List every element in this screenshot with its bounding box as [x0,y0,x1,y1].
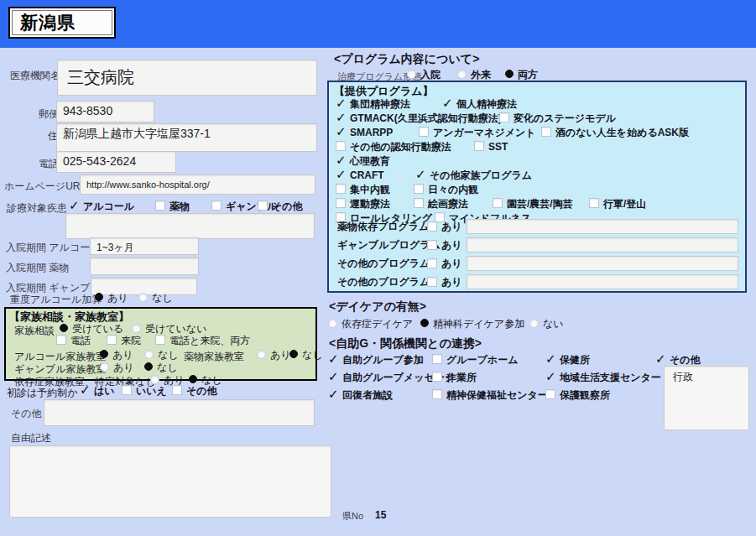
checkbox[interactable] [432,389,442,399]
treatment-form-outpatient[interactable]: 外来 [457,69,491,81]
checkbox[interactable] [474,141,484,151]
checkbox[interactable] [442,98,452,108]
cooperation-item[interactable]: 保健所 [545,354,590,366]
treatment-form-both[interactable]: 両方 [505,69,538,81]
extra-row-input[interactable] [467,219,738,234]
checkbox[interactable] [211,200,222,211]
cooperation-item[interactable]: 精神保健福祉センター [432,389,548,401]
program-item[interactable]: 集団精神療法 [336,98,410,110]
checkbox[interactable] [336,155,346,165]
program-item[interactable]: 個人精神療法 [442,98,517,110]
family-gambling-ari[interactable]: あり [100,362,134,373]
homepage-url-input[interactable]: http://www.sanko-hospital.org/ [80,174,315,195]
checkbox[interactable] [336,112,346,122]
checkbox[interactable] [107,335,117,345]
checkbox[interactable] [415,169,425,180]
family-alcohol-nashi[interactable]: なし [144,349,179,361]
checkbox[interactable] [414,184,424,194]
checkbox[interactable] [432,372,442,382]
radio[interactable] [328,319,337,328]
radio[interactable] [100,362,109,372]
free-text-area[interactable] [9,445,331,518]
stay-alcohol-input[interactable]: 1~3ヶ月 [90,237,199,255]
family-method-phone[interactable]: 電話 [56,335,91,346]
checkbox[interactable] [69,200,79,211]
program-item[interactable]: SMARPP [336,127,393,138]
program-item[interactable]: 園芸/農芸/陶芸 [493,198,573,210]
checkbox[interactable] [172,385,182,395]
other-field-input[interactable] [44,399,315,426]
program-item[interactable]: SST [474,141,508,153]
family-method-visit[interactable]: 来院 [107,335,141,346]
cooperation-other-textarea[interactable]: 行政 [664,366,749,430]
cooperation-item[interactable]: 自助グループ参加 [328,354,424,366]
extra-row-input[interactable] [467,237,738,252]
program-item[interactable]: CRAFT [336,169,384,181]
radio[interactable] [420,319,429,327]
facility-name-input[interactable]: 三交病院 [57,60,317,96]
cooperation-item[interactable]: その他 [655,354,701,366]
radio[interactable] [95,293,103,301]
checkbox[interactable] [541,127,551,137]
first-visit-yes[interactable]: はい [80,385,115,397]
extra-row-input[interactable] [467,274,738,289]
checkbox[interactable] [328,354,338,364]
checkbox[interactable] [545,372,555,382]
daycare-option-addiction[interactable]: 依存症デイケア [328,318,413,330]
cooperation-item[interactable]: 作業所 [432,372,477,383]
radio[interactable] [529,319,539,328]
treatment-form-inpatient[interactable]: 入院 [407,69,441,81]
disease-item-drug[interactable]: 薬物 [155,200,190,212]
severe-addition-option-ari[interactable]: あり [95,292,128,304]
checkbox[interactable] [427,240,437,250]
program-item[interactable]: その他家族プログラム [415,169,532,181]
checkbox[interactable] [419,127,429,137]
radio[interactable] [60,324,68,332]
program-item[interactable]: 日々の内観 [414,184,478,195]
program-item[interactable]: その他の認知行動療法 [336,141,451,153]
radio[interactable] [144,362,153,371]
radio[interactable] [407,70,416,79]
phone-input[interactable]: 025-543-2624 [56,151,176,173]
checkbox[interactable] [545,389,555,399]
family-method-both[interactable]: 電話と来院、両方 [155,335,250,346]
checkbox[interactable] [655,354,665,364]
checkbox[interactable] [336,127,346,137]
cooperation-item[interactable]: 地域生活支援センター [545,372,661,383]
radio[interactable] [150,375,159,384]
checkbox[interactable] [336,184,346,194]
checkbox[interactable] [499,112,509,122]
daycare-option-psychiatric[interactable]: 精神科デイケア参加 [420,318,524,330]
checkbox[interactable] [258,200,268,211]
radio[interactable] [100,350,108,358]
program-item[interactable]: 運動療法 [336,198,390,210]
checkbox[interactable] [336,141,346,151]
family-alcohol-ari[interactable]: あり [100,349,133,361]
cooperation-item[interactable]: 保護観察所 [545,389,610,401]
checkbox[interactable] [336,169,346,180]
family-nonspecific-nashi[interactable]: なし [189,374,222,386]
checkbox[interactable] [589,198,599,208]
checkbox[interactable] [155,335,165,345]
first-visit-other[interactable]: その他 [172,385,217,397]
stay-drug-input[interactable] [90,258,199,275]
family-consult-yes[interactable]: 受けている [60,323,123,335]
checkbox[interactable] [56,335,66,345]
severe-addition-option-nashi[interactable]: なし [138,292,173,304]
program-item[interactable]: 酒のない人生を始めるASK版 [541,127,689,138]
radio[interactable] [257,350,266,359]
cooperation-item[interactable]: 回復者施設 [328,389,393,401]
checkbox[interactable] [493,198,503,208]
checkbox[interactable] [414,198,424,208]
radio[interactable] [138,293,148,302]
radio[interactable] [132,324,141,333]
checkbox[interactable] [328,389,338,399]
program-item[interactable]: 絵画療法 [414,198,468,210]
family-nonspecific-ari[interactable]: あり [150,374,185,386]
daycare-option-none[interactable]: ない [529,318,564,330]
radio[interactable] [457,70,467,79]
disease-item-other[interactable]: その他 [258,200,303,212]
checkbox[interactable] [427,258,437,268]
program-item[interactable]: GTMACK(久里浜式認知行動療法) [336,112,502,124]
checkbox[interactable] [336,98,346,108]
